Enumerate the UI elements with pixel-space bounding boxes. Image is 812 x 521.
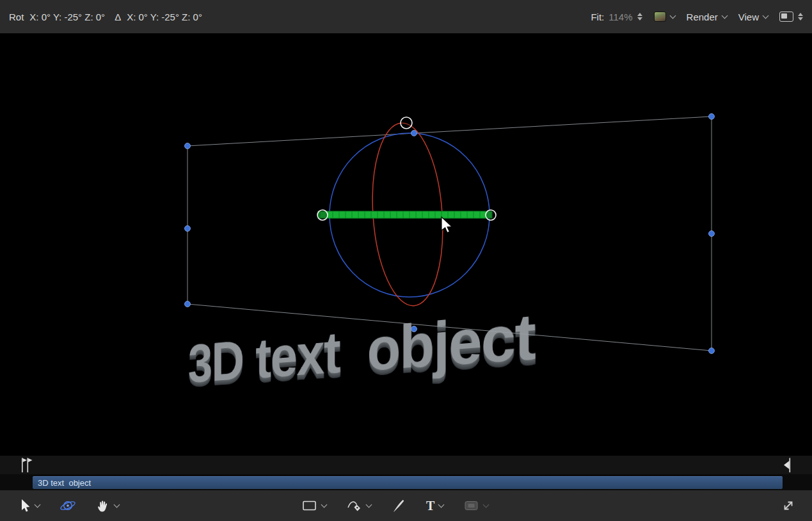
rotation-handle-right[interactable] <box>486 210 496 220</box>
layout-stepper-icon[interactable] <box>798 13 803 20</box>
fit-value: 114% <box>609 12 632 22</box>
view-label: View <box>738 12 759 22</box>
bezier-tool-button[interactable] <box>347 498 371 513</box>
chevron-down-icon <box>35 501 41 508</box>
select-arrow-icon <box>19 499 31 513</box>
fit-stepper-icon[interactable] <box>637 13 642 20</box>
rectangle-tool-icon <box>302 499 317 512</box>
canvas-viewport[interactable]: 3D text object in a 2D project <box>0 33 812 456</box>
selection-overlay <box>0 33 812 456</box>
pan-hand-icon <box>96 499 110 513</box>
selection-handle[interactable] <box>185 226 191 232</box>
play-range-out-marker[interactable] <box>781 457 793 474</box>
selection-handle[interactable] <box>185 301 191 307</box>
chevron-down-icon <box>483 501 490 508</box>
select-tool-button[interactable] <box>19 499 40 513</box>
image-mask-icon <box>464 499 479 512</box>
timeline-track-bar[interactable]: 3D text object <box>33 476 783 489</box>
track-label: 3D text object <box>38 478 91 488</box>
selection-handle[interactable] <box>185 143 191 149</box>
rectangle-tool-button[interactable] <box>302 499 326 512</box>
timeline-track-row: 3D text object <box>0 474 812 490</box>
rotation-handle-top[interactable] <box>401 117 412 129</box>
chevron-down-icon <box>366 501 372 508</box>
selection-handle[interactable] <box>411 326 417 332</box>
channels-control[interactable] <box>654 12 675 22</box>
chevron-down-icon <box>114 501 120 508</box>
pan-tool-button[interactable] <box>96 499 119 513</box>
expand-view-button[interactable] <box>781 499 795 513</box>
render-menu[interactable]: Render <box>687 12 727 22</box>
rotate-y-handle-bar[interactable] <box>318 211 492 218</box>
selection-handle[interactable] <box>709 114 715 120</box>
render-label: Render <box>687 12 718 22</box>
text-tool-button[interactable]: T <box>426 499 443 513</box>
fit-label: Fit: <box>591 12 604 22</box>
selection-handle[interactable] <box>411 131 417 136</box>
chevron-down-icon <box>321 501 328 508</box>
text-tool-icon: T <box>426 499 434 513</box>
mask-tool-button-disabled[interactable] <box>464 499 488 512</box>
chevron-down-icon <box>669 12 676 19</box>
delta-symbol: Δ <box>115 12 121 22</box>
paint-stroke-tool-button[interactable] <box>392 499 406 513</box>
tools-toolbar: T <box>0 490 812 521</box>
rot-values: X: 0° Y: -25° Z: 0° <box>29 12 105 22</box>
mini-timeline[interactable] <box>0 456 812 474</box>
selection-handle[interactable] <box>709 231 715 237</box>
chevron-down-icon <box>438 501 445 508</box>
chevron-down-icon <box>763 12 769 19</box>
window-layout-control[interactable] <box>779 12 803 22</box>
motion-canvas-window: Rot X: 0° Y: -25° Z: 0° Δ X: 0° Y: -25° … <box>0 0 812 521</box>
view-menu[interactable]: View <box>738 12 768 22</box>
status-toolbar: Rot X: 0° Y: -25° Z: 0° Δ X: 0° Y: -25° … <box>0 0 812 33</box>
zoom-fit-control[interactable]: Fit: 114% <box>591 12 642 22</box>
3d-transform-atom-icon <box>59 498 77 513</box>
expand-diagonal-icon <box>781 499 795 513</box>
chevron-down-icon <box>721 12 728 19</box>
play-range-in-marker[interactable] <box>19 457 35 474</box>
rot-label: Rot <box>9 12 24 22</box>
paint-stroke-icon <box>392 499 406 513</box>
rotation-handle-left[interactable] <box>317 210 328 220</box>
bezier-pen-icon <box>347 498 362 513</box>
rotation-status: Rot X: 0° Y: -25° Z: 0° Δ X: 0° Y: -25° … <box>9 12 202 22</box>
view-layout-icon <box>779 12 793 22</box>
selection-handle[interactable] <box>709 348 715 354</box>
color-channels-icon <box>654 12 666 22</box>
delta-values: X: 0° Y: -25° Z: 0° <box>127 12 202 22</box>
transform-3d-tool-button[interactable] <box>59 498 77 513</box>
selection-bounding-box[interactable] <box>187 116 712 351</box>
